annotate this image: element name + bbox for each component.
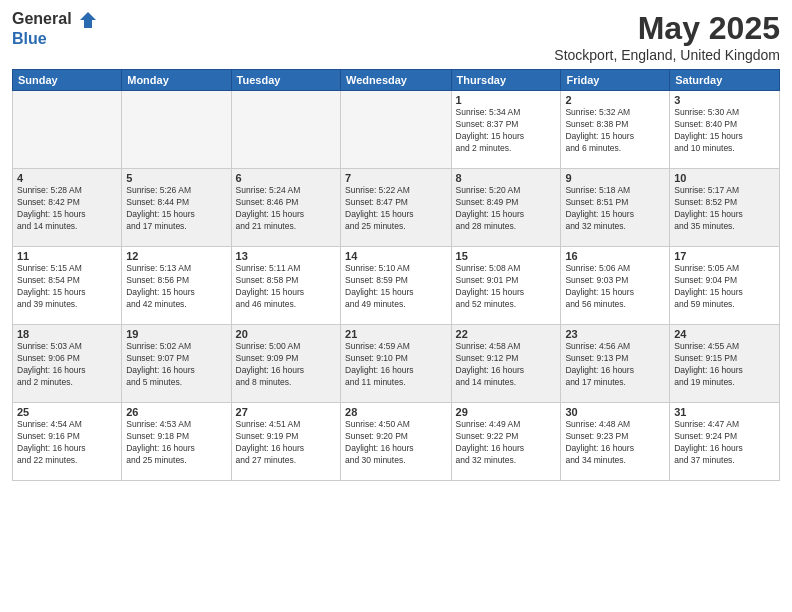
calendar-cell: 19Sunrise: 5:02 AM Sunset: 9:07 PM Dayli… bbox=[122, 325, 231, 403]
day-number: 18 bbox=[17, 328, 117, 340]
calendar-cell: 28Sunrise: 4:50 AM Sunset: 9:20 PM Dayli… bbox=[341, 403, 452, 481]
day-number: 26 bbox=[126, 406, 226, 418]
day-info: Sunrise: 5:28 AM Sunset: 8:42 PM Dayligh… bbox=[17, 185, 117, 233]
calendar-cell: 1Sunrise: 5:34 AM Sunset: 8:37 PM Daylig… bbox=[451, 91, 561, 169]
day-number: 28 bbox=[345, 406, 447, 418]
calendar-cell: 11Sunrise: 5:15 AM Sunset: 8:54 PM Dayli… bbox=[13, 247, 122, 325]
day-number: 12 bbox=[126, 250, 226, 262]
calendar-cell: 26Sunrise: 4:53 AM Sunset: 9:18 PM Dayli… bbox=[122, 403, 231, 481]
day-info: Sunrise: 4:54 AM Sunset: 9:16 PM Dayligh… bbox=[17, 419, 117, 467]
day-number: 7 bbox=[345, 172, 447, 184]
calendar-cell: 15Sunrise: 5:08 AM Sunset: 9:01 PM Dayli… bbox=[451, 247, 561, 325]
day-info: Sunrise: 5:30 AM Sunset: 8:40 PM Dayligh… bbox=[674, 107, 775, 155]
day-number: 13 bbox=[236, 250, 336, 262]
day-number: 8 bbox=[456, 172, 557, 184]
calendar-table: SundayMondayTuesdayWednesdayThursdayFrid… bbox=[12, 69, 780, 481]
calendar-cell bbox=[341, 91, 452, 169]
day-info: Sunrise: 5:34 AM Sunset: 8:37 PM Dayligh… bbox=[456, 107, 557, 155]
day-info: Sunrise: 5:05 AM Sunset: 9:04 PM Dayligh… bbox=[674, 263, 775, 311]
calendar-cell: 29Sunrise: 4:49 AM Sunset: 9:22 PM Dayli… bbox=[451, 403, 561, 481]
calendar-cell: 30Sunrise: 4:48 AM Sunset: 9:23 PM Dayli… bbox=[561, 403, 670, 481]
day-number: 24 bbox=[674, 328, 775, 340]
day-number: 3 bbox=[674, 94, 775, 106]
day-number: 15 bbox=[456, 250, 557, 262]
logo: General Blue bbox=[12, 10, 98, 48]
calendar-cell: 5Sunrise: 5:26 AM Sunset: 8:44 PM Daylig… bbox=[122, 169, 231, 247]
day-info: Sunrise: 4:48 AM Sunset: 9:23 PM Dayligh… bbox=[565, 419, 665, 467]
calendar-cell: 21Sunrise: 4:59 AM Sunset: 9:10 PM Dayli… bbox=[341, 325, 452, 403]
weekday-header-sunday: Sunday bbox=[13, 70, 122, 91]
calendar-cell: 14Sunrise: 5:10 AM Sunset: 8:59 PM Dayli… bbox=[341, 247, 452, 325]
day-info: Sunrise: 4:55 AM Sunset: 9:15 PM Dayligh… bbox=[674, 341, 775, 389]
calendar-cell: 24Sunrise: 4:55 AM Sunset: 9:15 PM Dayli… bbox=[670, 325, 780, 403]
day-info: Sunrise: 4:47 AM Sunset: 9:24 PM Dayligh… bbox=[674, 419, 775, 467]
calendar-cell: 20Sunrise: 5:00 AM Sunset: 9:09 PM Dayli… bbox=[231, 325, 340, 403]
logo-blue: Blue bbox=[12, 30, 98, 48]
day-number: 1 bbox=[456, 94, 557, 106]
day-number: 30 bbox=[565, 406, 665, 418]
day-info: Sunrise: 4:49 AM Sunset: 9:22 PM Dayligh… bbox=[456, 419, 557, 467]
day-number: 2 bbox=[565, 94, 665, 106]
calendar-cell: 6Sunrise: 5:24 AM Sunset: 8:46 PM Daylig… bbox=[231, 169, 340, 247]
day-number: 5 bbox=[126, 172, 226, 184]
day-info: Sunrise: 5:08 AM Sunset: 9:01 PM Dayligh… bbox=[456, 263, 557, 311]
calendar-cell: 31Sunrise: 4:47 AM Sunset: 9:24 PM Dayli… bbox=[670, 403, 780, 481]
day-info: Sunrise: 4:53 AM Sunset: 9:18 PM Dayligh… bbox=[126, 419, 226, 467]
day-number: 31 bbox=[674, 406, 775, 418]
calendar-cell: 23Sunrise: 4:56 AM Sunset: 9:13 PM Dayli… bbox=[561, 325, 670, 403]
day-info: Sunrise: 5:24 AM Sunset: 8:46 PM Dayligh… bbox=[236, 185, 336, 233]
day-number: 17 bbox=[674, 250, 775, 262]
calendar-cell: 3Sunrise: 5:30 AM Sunset: 8:40 PM Daylig… bbox=[670, 91, 780, 169]
day-number: 4 bbox=[17, 172, 117, 184]
calendar-cell: 2Sunrise: 5:32 AM Sunset: 8:38 PM Daylig… bbox=[561, 91, 670, 169]
day-number: 10 bbox=[674, 172, 775, 184]
calendar-cell: 16Sunrise: 5:06 AM Sunset: 9:03 PM Dayli… bbox=[561, 247, 670, 325]
calendar-cell: 4Sunrise: 5:28 AM Sunset: 8:42 PM Daylig… bbox=[13, 169, 122, 247]
location: Stockport, England, United Kingdom bbox=[554, 47, 780, 63]
calendar-cell: 22Sunrise: 4:58 AM Sunset: 9:12 PM Dayli… bbox=[451, 325, 561, 403]
calendar-cell: 10Sunrise: 5:17 AM Sunset: 8:52 PM Dayli… bbox=[670, 169, 780, 247]
day-number: 11 bbox=[17, 250, 117, 262]
calendar-cell: 17Sunrise: 5:05 AM Sunset: 9:04 PM Dayli… bbox=[670, 247, 780, 325]
svg-marker-0 bbox=[80, 12, 96, 28]
calendar-cell: 25Sunrise: 4:54 AM Sunset: 9:16 PM Dayli… bbox=[13, 403, 122, 481]
day-number: 27 bbox=[236, 406, 336, 418]
weekday-header-friday: Friday bbox=[561, 70, 670, 91]
calendar-cell bbox=[13, 91, 122, 169]
page: General Blue May 2025 Stockport, England… bbox=[0, 0, 792, 612]
calendar-cell: 8Sunrise: 5:20 AM Sunset: 8:49 PM Daylig… bbox=[451, 169, 561, 247]
day-number: 20 bbox=[236, 328, 336, 340]
calendar-cell: 9Sunrise: 5:18 AM Sunset: 8:51 PM Daylig… bbox=[561, 169, 670, 247]
month-title: May 2025 bbox=[554, 10, 780, 47]
day-info: Sunrise: 5:00 AM Sunset: 9:09 PM Dayligh… bbox=[236, 341, 336, 389]
day-number: 21 bbox=[345, 328, 447, 340]
calendar-cell: 27Sunrise: 4:51 AM Sunset: 9:19 PM Dayli… bbox=[231, 403, 340, 481]
day-info: Sunrise: 4:58 AM Sunset: 9:12 PM Dayligh… bbox=[456, 341, 557, 389]
day-info: Sunrise: 5:32 AM Sunset: 8:38 PM Dayligh… bbox=[565, 107, 665, 155]
day-info: Sunrise: 5:20 AM Sunset: 8:49 PM Dayligh… bbox=[456, 185, 557, 233]
day-number: 14 bbox=[345, 250, 447, 262]
logo-general: General bbox=[12, 10, 98, 30]
calendar-cell: 7Sunrise: 5:22 AM Sunset: 8:47 PM Daylig… bbox=[341, 169, 452, 247]
title-block: May 2025 Stockport, England, United King… bbox=[554, 10, 780, 63]
day-number: 16 bbox=[565, 250, 665, 262]
day-info: Sunrise: 4:51 AM Sunset: 9:19 PM Dayligh… bbox=[236, 419, 336, 467]
day-info: Sunrise: 5:11 AM Sunset: 8:58 PM Dayligh… bbox=[236, 263, 336, 311]
day-info: Sunrise: 5:10 AM Sunset: 8:59 PM Dayligh… bbox=[345, 263, 447, 311]
day-info: Sunrise: 5:26 AM Sunset: 8:44 PM Dayligh… bbox=[126, 185, 226, 233]
day-number: 25 bbox=[17, 406, 117, 418]
day-info: Sunrise: 4:56 AM Sunset: 9:13 PM Dayligh… bbox=[565, 341, 665, 389]
day-info: Sunrise: 5:03 AM Sunset: 9:06 PM Dayligh… bbox=[17, 341, 117, 389]
logo-text: General Blue bbox=[12, 10, 98, 48]
day-info: Sunrise: 5:17 AM Sunset: 8:52 PM Dayligh… bbox=[674, 185, 775, 233]
weekday-header-wednesday: Wednesday bbox=[341, 70, 452, 91]
weekday-header-tuesday: Tuesday bbox=[231, 70, 340, 91]
day-info: Sunrise: 5:15 AM Sunset: 8:54 PM Dayligh… bbox=[17, 263, 117, 311]
day-info: Sunrise: 5:18 AM Sunset: 8:51 PM Dayligh… bbox=[565, 185, 665, 233]
weekday-header-thursday: Thursday bbox=[451, 70, 561, 91]
weekday-header-saturday: Saturday bbox=[670, 70, 780, 91]
day-info: Sunrise: 4:50 AM Sunset: 9:20 PM Dayligh… bbox=[345, 419, 447, 467]
day-number: 9 bbox=[565, 172, 665, 184]
calendar-cell: 18Sunrise: 5:03 AM Sunset: 9:06 PM Dayli… bbox=[13, 325, 122, 403]
weekday-header-monday: Monday bbox=[122, 70, 231, 91]
